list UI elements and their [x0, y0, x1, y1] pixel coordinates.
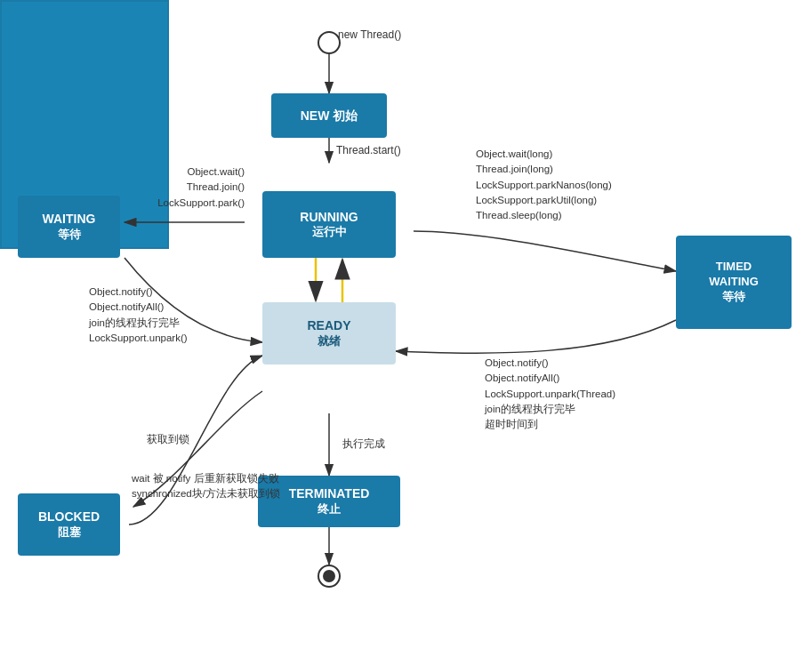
svg-point-10 [323, 570, 335, 582]
label-exec-complete: 执行完成 [342, 436, 385, 452]
state-waiting-en: WAITING [43, 211, 96, 227]
state-timed-waiting-zh: 等待 [722, 290, 745, 305]
state-new: NEW 初始 [271, 93, 387, 138]
state-ready-zh: 就绪 [318, 334, 341, 349]
label-get-lock: 获取到锁 [147, 431, 189, 447]
label-new-thread: new Thread() [338, 27, 401, 43]
label-to-timed-waiting: Object.wait(long)Thread.join(long)LockSu… [476, 147, 671, 223]
state-timed-waiting-en: TIMEDWAITING [709, 260, 759, 290]
state-terminated-zh: 终止 [318, 502, 341, 517]
state-runnable-en: RUNNABLE [0, 7, 812, 22]
state-running: RUNNING 运行中 [262, 191, 396, 258]
state-ready: READY 就绪 [262, 302, 396, 365]
state-runnable-zh: 运行 [0, 25, 812, 41]
label-from-waiting: Object.notify()Object.notifyAll()join的线程… [89, 284, 240, 346]
label-blocked-reasons: wait 被 notify 后重新获取锁失败synchronized块/方法未获… [132, 471, 310, 502]
label-from-timed-waiting: Object.notify()Object.notifyAll()LockSup… [485, 356, 671, 432]
state-waiting: WAITING 等待 [18, 196, 120, 258]
state-running-zh: 运行中 [312, 225, 347, 240]
state-waiting-zh: 等待 [58, 228, 81, 243]
state-blocked-en: BLOCKED [38, 509, 100, 525]
state-running-en: RUNNING [300, 209, 358, 225]
state-timed-waiting: TIMEDWAITING 等待 [676, 236, 792, 329]
label-to-waiting: Object.wait()Thread.join()LockSupport.pa… [129, 164, 245, 211]
state-ready-en: READY [307, 317, 350, 333]
state-new-label: NEW 初始 [301, 108, 358, 124]
state-blocked: BLOCKED 阻塞 [18, 493, 120, 556]
state-blocked-zh: 阻塞 [58, 525, 81, 541]
diagram-container: NEW 初始 WAITING 等待 TIMEDWAITING 等待 RUNNAB… [0, 0, 812, 649]
label-thread-start: Thread.start() [336, 142, 401, 158]
